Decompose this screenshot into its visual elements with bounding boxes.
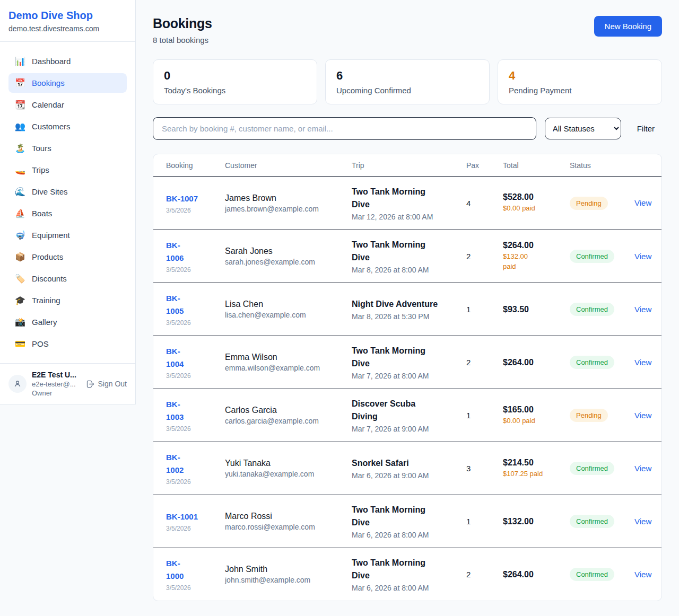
paid-amount: $0.00 paid (503, 416, 570, 426)
sidebar-item-dive-sites[interactable]: 🌊 Dive Sites (8, 182, 127, 201)
sidebar-item-label: Discounts (32, 274, 67, 283)
booking-date: 3/5/2026 (166, 525, 225, 532)
view-link[interactable]: View (634, 411, 651, 420)
customer-name: John Smith (225, 565, 352, 574)
sidebar-item-label: Tours (32, 144, 51, 153)
booking-id-link[interactable]: BK- 1003 (166, 400, 184, 421)
sidebar-item-label: Boats (32, 209, 52, 218)
booking-date: 3/5/2026 (166, 266, 225, 274)
booking-date: 3/5/2026 (166, 319, 225, 327)
status-filter-select[interactable]: All Statuses (545, 118, 621, 139)
booking-id-link[interactable]: BK- 1002 (166, 453, 184, 474)
table-row: BK- 1006 3/5/2026 Sarah Jones sarah.jone… (153, 230, 661, 283)
view-link[interactable]: View (634, 464, 651, 473)
col-header-pax: Pax (466, 161, 503, 170)
sidebar-item-calendar[interactable]: 📆 Calendar (8, 95, 127, 115)
sidebar-item-label: Customers (32, 122, 71, 131)
sign-out-label: Sign Out (98, 380, 127, 388)
sidebar-item-label: Training (32, 296, 60, 305)
pax-count: 2 (466, 570, 503, 579)
total-amount: $528.00 (503, 192, 570, 202)
main-content: Bookings 8 total bookings New Booking 0 … (136, 0, 679, 616)
bookings-table: Booking Customer Trip Pax Total Status B… (153, 154, 662, 601)
view-link[interactable]: View (634, 198, 651, 207)
view-link[interactable]: View (634, 305, 651, 314)
sidebar-item-dashboard[interactable]: 📊 Dashboard (8, 51, 127, 71)
booking-date: 3/5/2026 (166, 372, 225, 380)
table-row: BK- 1004 3/5/2026 Emma Wilson emma.wilso… (153, 336, 661, 389)
booking-id-link[interactable]: BK-1007 (166, 194, 198, 203)
booking-id-link[interactable]: BK-1001 (166, 512, 198, 521)
trip-name: Two Tank Morning Dive (352, 504, 466, 529)
pax-count: 1 (466, 305, 503, 314)
user-icon (13, 379, 22, 389)
trip-datetime: Mar 6, 2026 at 8:00 AM (352, 531, 466, 539)
booking-id-link[interactable]: BK- 1004 (166, 347, 184, 368)
view-link[interactable]: View (634, 358, 651, 367)
sidebar-item-label: Calendar (32, 100, 64, 109)
table-header-row: Booking Customer Trip Pax Total Status (153, 154, 661, 177)
view-link[interactable]: View (634, 570, 651, 579)
sidebar-item-training[interactable]: 🎓 Training (8, 291, 127, 310)
app-root: Demo Dive Shop demo.test.divestreams.com… (0, 0, 679, 616)
sidebar-item-gallery[interactable]: 📸 Gallery (8, 312, 127, 332)
view-link[interactable]: View (634, 517, 651, 526)
customer-email: sarah.jones@example.com (225, 258, 352, 266)
sidebar-item-label: Products (32, 252, 63, 261)
col-header-customer: Customer (225, 161, 352, 170)
paid-amount: $107.25 paid (503, 469, 570, 479)
filter-button[interactable]: Filter (630, 120, 662, 137)
sidebar-item-products[interactable]: 📦 Products (8, 247, 127, 267)
paid-amount: $0.00 paid (503, 204, 570, 214)
sign-out-button[interactable]: Sign Out (86, 380, 127, 389)
trip-name: Two Tank Morning Dive (352, 186, 466, 211)
sign-out-icon (86, 380, 95, 389)
total-amount: $214.50 (503, 458, 570, 468)
brand-title[interactable]: Demo Dive Shop (8, 10, 127, 22)
total-amount: $264.00 (503, 570, 570, 579)
boats-icon: ⛵ (15, 209, 25, 218)
booking-id-link[interactable]: BK- 1006 (166, 241, 184, 262)
products-icon: 📦 (15, 253, 25, 261)
calendar-icon: 📆 (15, 101, 25, 109)
customer-email: marco.rossi@example.com (225, 523, 352, 531)
sidebar-item-boats[interactable]: ⛵ Boats (8, 204, 127, 223)
search-input[interactable] (153, 117, 536, 140)
table-body: BK-1007 3/5/2026 James Brown james.brown… (153, 177, 661, 601)
pax-count: 4 (466, 199, 503, 208)
sidebar-item-label: Equipment (32, 231, 70, 240)
sidebar-item-trips[interactable]: 🚤 Trips (8, 160, 127, 180)
user-role: Owner (32, 389, 81, 397)
sidebar-item-pos[interactable]: 💳 POS (8, 334, 127, 354)
avatar (8, 375, 27, 393)
status-badge: Confirmed (570, 568, 614, 581)
pax-count: 1 (466, 411, 503, 420)
sidebar-item-customers[interactable]: 👥 Customers (8, 117, 127, 136)
sidebar-item-discounts[interactable]: 🏷️ Discounts (8, 269, 127, 288)
user-meta: E2E Test U... e2e-tester@... Owner (32, 371, 81, 397)
customer-name: Emma Wilson (225, 353, 352, 362)
booking-id-link[interactable]: BK- 1000 (166, 559, 184, 580)
customer-email: james.brown@example.com (225, 205, 352, 213)
new-booking-button[interactable]: New Booking (594, 16, 662, 37)
brand-section: Demo Dive Shop demo.test.divestreams.com (0, 0, 135, 42)
page-header-text: Bookings 8 total bookings (153, 16, 212, 45)
booking-date: 3/5/2026 (166, 207, 225, 214)
view-link[interactable]: View (634, 252, 651, 261)
sidebar-item-equipment[interactable]: 🤿 Equipment (8, 225, 127, 245)
stat-label: Today's Bookings (164, 86, 306, 95)
dashboard-icon: 📊 (15, 57, 25, 66)
sidebar-item-tours[interactable]: 🏝️ Tours (8, 138, 127, 158)
stats-row: 0 Today's Bookings 6 Upcoming Confirmed … (153, 59, 662, 104)
trip-name: Two Tank Morning Dive (352, 557, 466, 582)
total-amount: $264.00 (503, 358, 570, 367)
trip-datetime: Mar 7, 2026 at 9:00 AM (352, 425, 466, 433)
sidebar-item-bookings[interactable]: 📅 Bookings (8, 73, 127, 93)
user-email: e2e-tester@... (32, 380, 81, 388)
table-row: BK- 1005 3/5/2026 Lisa Chen lisa.chen@ex… (153, 283, 661, 336)
customer-name: Lisa Chen (225, 300, 352, 309)
status-badge: Confirmed (570, 250, 614, 263)
sidebar-item-label: Bookings (32, 78, 65, 87)
stat-label: Pending Payment (509, 86, 651, 95)
booking-id-link[interactable]: BK- 1005 (166, 294, 184, 315)
